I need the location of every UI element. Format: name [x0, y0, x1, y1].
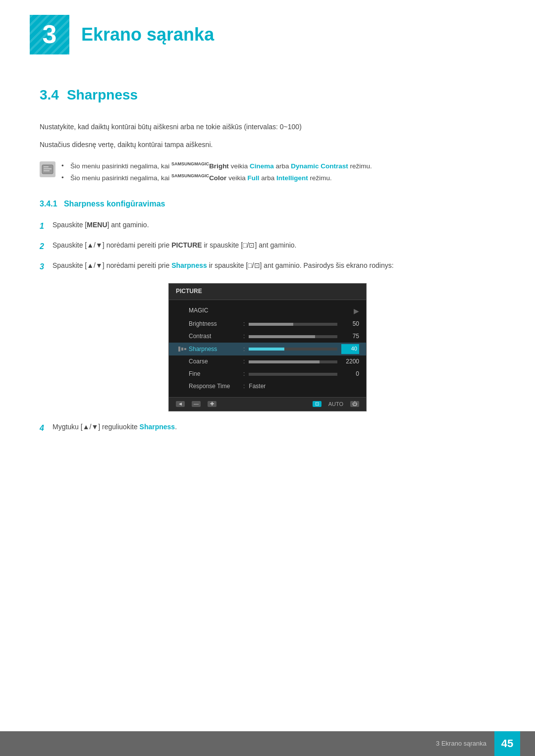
- osd-btn-auto: AUTO: [328, 400, 343, 409]
- osd-btn-minus: —: [192, 401, 201, 407]
- section-heading: 3.4 Sharpness: [40, 84, 495, 106]
- osd-bar-fine: 0: [249, 369, 359, 379]
- osd-label-sharpness: Sharpness: [189, 345, 243, 354]
- step-num-1: 1: [40, 219, 53, 233]
- svg-rect-5: [181, 348, 183, 351]
- step-num-4: 4: [40, 421, 53, 435]
- osd-label-contrast: Contrast: [189, 332, 243, 341]
- osd-label-brightness: Brightness: [189, 319, 243, 329]
- footer-page-number: 45: [494, 731, 520, 756]
- step-2: 2 Spauskite [▲/▼] norėdami pereiti prie …: [40, 240, 495, 253]
- note-icon: [40, 161, 55, 177]
- osd-icon-sharpness: [176, 346, 189, 353]
- body-para-1: Nustatykite, kad daiktų kontūrai būtų ai…: [40, 121, 495, 133]
- osd-bar-sharpness: 40: [249, 344, 359, 354]
- note-line-1: Šio meniu pasirinkti negalima, kai SAMSU…: [61, 160, 495, 172]
- osd-btn-plus: ✚: [208, 401, 216, 407]
- osd-label-coarse: Coarse: [189, 357, 243, 366]
- osd-screen: PICTURE MAGIC ▶ Brightness :: [168, 283, 367, 411]
- chapter-number: 3: [43, 14, 57, 55]
- steps-list: 1 Spauskite [MENU] ant gaminio. 2 Spausk…: [40, 219, 495, 274]
- osd-header: PICTURE: [169, 284, 366, 300]
- svg-rect-3: [44, 170, 50, 171]
- page-header: 3 Ekrano sąranka: [0, 0, 535, 64]
- svg-rect-2: [44, 168, 52, 169]
- step-text-2: Spauskite [▲/▼] norėdami pereiti prie PI…: [53, 240, 495, 252]
- step-3: 3 Spauskite [▲/▼] norėdami pereiti prie …: [40, 260, 495, 273]
- note-lines: Šio meniu pasirinkti negalima, kai SAMSU…: [61, 160, 495, 184]
- steps-list-2: 4 Mygtuku [▲/▼] reguliuokite Sharpness.: [40, 421, 495, 435]
- section-number: 3.4: [40, 84, 59, 106]
- body-para-2: Nustačius didesnę vertę, daiktų kontūrai…: [40, 139, 495, 151]
- osd-bar-response: Faster: [249, 382, 359, 391]
- osd-footer: ◄ — ✚ ⊡ AUTO ⏻: [169, 397, 366, 411]
- section-title: Sharpness: [67, 84, 138, 106]
- step-num-3: 3: [40, 260, 53, 273]
- osd-body: MAGIC ▶ Brightness : 50: [169, 300, 366, 397]
- osd-label-magic: MAGIC: [189, 306, 243, 315]
- step-num-2: 2: [40, 240, 53, 253]
- osd-row-contrast: Contrast : 75: [169, 330, 366, 343]
- osd-container: PICTURE MAGIC ▶ Brightness :: [168, 283, 367, 411]
- subsection-heading: 3.4.1 Sharpness konfigūravimas: [40, 198, 495, 210]
- osd-row-coarse: Coarse : 2200: [169, 355, 366, 368]
- step-text-4: Mygtuku [▲/▼] reguliuokite Sharpness.: [53, 421, 495, 433]
- osd-row-sharpness: Sharpness : 40: [169, 343, 366, 355]
- step-1: 1 Spauskite [MENU] ant gaminio.: [40, 219, 495, 233]
- note-line-2: Šio meniu pasirinkti negalima, kai SAMSU…: [61, 172, 495, 184]
- osd-btn-power: ⏻: [350, 401, 359, 407]
- svg-rect-4: [178, 347, 180, 352]
- osd-row-fine: Fine : 0: [169, 368, 366, 380]
- osd-row-magic: MAGIC ▶: [169, 304, 366, 318]
- osd-bar-coarse: 2200: [249, 357, 359, 366]
- svg-rect-1: [44, 166, 49, 167]
- chapter-title: Ekrano sąranka: [81, 20, 214, 49]
- subsection-number: 3.4.1: [40, 200, 61, 208]
- svg-rect-6: [184, 348, 186, 350]
- step-text-3: Spauskite [▲/▼] norėdami pereiti prie Sh…: [53, 260, 495, 272]
- note-box: Šio meniu pasirinkti negalima, kai SAMSU…: [40, 160, 495, 184]
- osd-bar-brightness: 50: [249, 319, 359, 329]
- subsection-title: Sharpness konfigūravimas: [64, 200, 165, 208]
- main-content: 3.4 Sharpness Nustatykite, kad daiktų ko…: [0, 64, 535, 481]
- chapter-number-box: 3: [30, 15, 69, 54]
- osd-bar-contrast: 75: [249, 332, 359, 341]
- step-4: 4 Mygtuku [▲/▼] reguliuokite Sharpness.: [40, 421, 495, 435]
- page-footer: 3 Ekrano sąranka 45: [0, 731, 535, 756]
- osd-row-brightness: Brightness : 50: [169, 318, 366, 330]
- footer-text: 3 Ekrano sąranka: [436, 739, 486, 749]
- osd-row-response: Response Time : Faster: [169, 380, 366, 393]
- osd-label-response: Response Time: [189, 382, 243, 391]
- osd-btn-back: ◄: [176, 401, 185, 407]
- osd-btn-enter: ⊡: [313, 401, 321, 407]
- step-text-1: Spauskite [MENU] ant gaminio.: [53, 219, 495, 231]
- osd-label-fine: Fine: [189, 369, 243, 379]
